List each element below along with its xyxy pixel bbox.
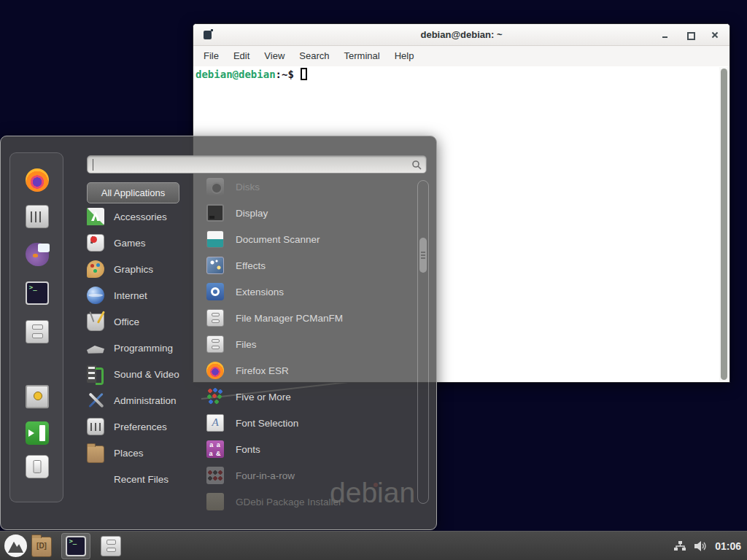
app-document-scanner[interactable]: Document Scanner <box>206 226 411 252</box>
favorite-pidgin-button[interactable] <box>26 243 49 266</box>
favorite-firefox-button[interactable] <box>26 168 49 192</box>
app-five-or-more[interactable]: Five or More <box>206 384 411 410</box>
category-recent-files[interactable]: Recent Files <box>87 466 208 492</box>
menu-view[interactable]: View <box>257 46 292 66</box>
pidgin-icon <box>26 243 49 266</box>
app-firefox-esr[interactable]: Firefox ESR <box>206 357 411 384</box>
effects-icon <box>206 257 224 274</box>
font-selection-icon <box>206 414 224 432</box>
category-office[interactable]: Office <box>87 308 208 335</box>
all-applications-button[interactable]: All Applications <box>87 182 179 203</box>
settings-icon <box>26 205 49 228</box>
folder-icon <box>31 537 52 557</box>
app-four-in-a-row[interactable]: Four-in-a-row <box>206 462 411 489</box>
category-internet[interactable]: Internet <box>87 282 208 308</box>
five-or-more-icon <box>206 388 224 405</box>
favorite-files-button[interactable] <box>26 320 49 343</box>
app-disks[interactable]: Disks <box>206 174 411 200</box>
favorites-panel <box>9 152 63 502</box>
category-accessories[interactable]: Accessories <box>87 203 208 230</box>
app-file-manager-pcmanfm[interactable]: File Manager PCManFM <box>206 305 411 331</box>
category-graphics[interactable]: Graphics <box>87 256 208 282</box>
files-icon <box>206 335 224 353</box>
lock-screen-icon <box>26 385 49 408</box>
category-programming[interactable]: Programming <box>87 335 208 361</box>
search-icon <box>411 160 422 170</box>
terminal-scrollbar-thumb[interactable] <box>721 69 727 380</box>
category-games[interactable]: Games <box>87 230 208 256</box>
file-manager-icon <box>206 309 224 327</box>
application-menu: All Applications Accessories Games Graph… <box>0 136 437 530</box>
four-in-a-row-icon <box>206 467 224 484</box>
prompt-suffix: :~$ <box>276 69 294 80</box>
minimize-icon[interactable] <box>661 31 670 39</box>
favorite-terminal-button[interactable] <box>26 281 49 305</box>
network-icon[interactable] <box>673 540 686 553</box>
menu-terminal[interactable]: Terminal <box>337 46 387 66</box>
firefox-icon <box>206 362 224 379</box>
internet-icon <box>87 287 104 304</box>
logout-icon <box>26 421 49 445</box>
terminal-titlebar[interactable]: debian@debian: ~ <box>193 24 729 46</box>
taskbar-terminal-button[interactable] <box>61 533 90 559</box>
office-icon <box>87 314 104 331</box>
volume-icon[interactable] <box>694 540 708 553</box>
prompt-user: debian@debian <box>196 69 276 80</box>
category-sound-video[interactable]: Sound & Video <box>87 361 208 387</box>
file-cabinet-icon <box>26 320 49 343</box>
menu-search[interactable]: Search <box>292 46 336 66</box>
extensions-icon <box>206 283 224 300</box>
logout-button[interactable] <box>26 421 49 445</box>
terminal-window-icon <box>204 31 212 39</box>
games-icon <box>87 234 104 252</box>
file-cabinet-icon <box>101 536 121 556</box>
display-icon <box>206 204 224 222</box>
search-input[interactable] <box>92 158 406 171</box>
app-gdebi-package-installer[interactable]: GDebi Package Installer <box>206 489 411 513</box>
document-scanner-icon <box>206 230 224 248</box>
system-tray: 01:06 <box>673 532 747 560</box>
sound-video-icon <box>87 365 104 383</box>
categories-list: Accessories Games Graphics Internet Offi… <box>87 203 208 492</box>
firefox-icon <box>26 168 49 192</box>
maximize-icon[interactable] <box>686 31 694 39</box>
screen: debian debian@debian: ~ File Edit View S… <box>0 0 747 560</box>
gdebi-icon <box>206 493 224 510</box>
graphics-icon <box>87 260 104 278</box>
app-effects[interactable]: Effects <box>206 252 411 279</box>
administration-icon <box>87 392 104 409</box>
category-administration[interactable]: Administration <box>87 387 208 413</box>
terminal-prompt: debian@debian:~$ <box>196 68 307 80</box>
app-fonts[interactable]: Fonts <box>206 436 411 462</box>
menu-help[interactable]: Help <box>387 46 422 66</box>
close-icon[interactable] <box>711 31 719 39</box>
category-preferences[interactable]: Preferences <box>87 413 208 440</box>
programming-icon <box>87 339 104 357</box>
preferences-icon <box>87 418 104 435</box>
terminal-scrollbar[interactable] <box>719 67 729 381</box>
app-display[interactable]: Display <box>206 200 411 226</box>
app-font-selection[interactable]: Font Selection <box>206 410 411 436</box>
applications-scrollbar[interactable] <box>417 180 429 504</box>
lock-screen-button[interactable] <box>26 385 49 408</box>
app-extensions[interactable]: Extensions <box>206 279 411 305</box>
category-places[interactable]: Places <box>87 440 208 466</box>
taskbar-files-button[interactable] <box>96 533 125 559</box>
app-files[interactable]: Files <box>206 331 411 357</box>
clock[interactable]: 01:06 <box>715 540 741 552</box>
menu-edit[interactable]: Edit <box>226 46 257 66</box>
taskbar: 01:06 <box>0 531 747 560</box>
shutdown-button[interactable] <box>26 455 49 478</box>
terminal-cursor <box>301 68 307 80</box>
applications-list: Disks Display Document Scanner Effects E… <box>206 174 411 513</box>
menu-button[interactable] <box>4 534 27 557</box>
terminal-icon <box>66 536 86 556</box>
shutdown-icon <box>26 455 49 478</box>
fonts-icon <box>206 440 224 458</box>
favorite-settings-button[interactable] <box>26 205 49 228</box>
search-box[interactable] <box>87 155 427 174</box>
window-title: debian@debian: ~ <box>193 29 729 40</box>
menu-file[interactable]: File <box>196 46 226 66</box>
file-manager-launcher[interactable] <box>31 537 52 560</box>
applications-scrollbar-thumb[interactable] <box>419 238 427 273</box>
